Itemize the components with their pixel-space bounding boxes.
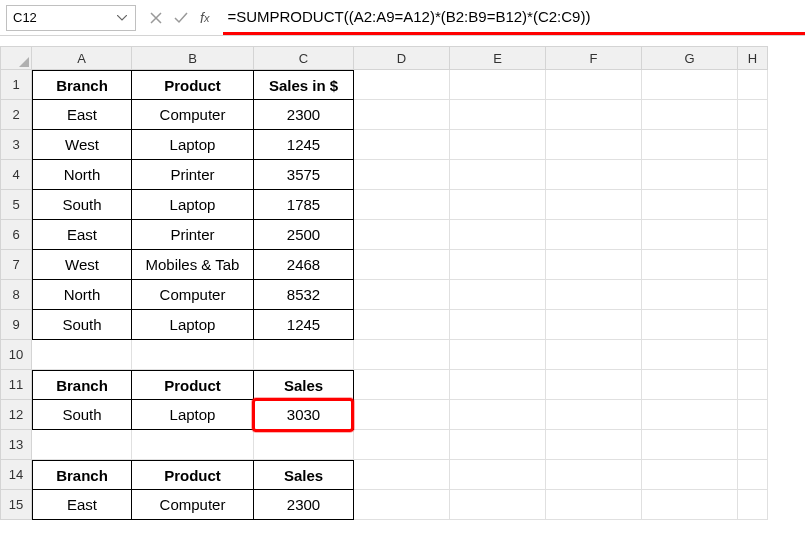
cell[interactable] xyxy=(450,430,546,460)
cell[interactable] xyxy=(546,280,642,310)
cell[interactable]: West xyxy=(32,130,132,160)
cell[interactable] xyxy=(32,340,132,370)
cell[interactable] xyxy=(642,280,738,310)
cell[interactable] xyxy=(354,310,450,340)
row-header[interactable]: 8 xyxy=(0,280,32,310)
cell[interactable] xyxy=(738,310,768,340)
cell[interactable] xyxy=(642,250,738,280)
select-all-corner[interactable] xyxy=(0,46,32,70)
header-cell[interactable]: Branch xyxy=(32,370,132,400)
cell[interactable]: Computer xyxy=(132,490,254,520)
row-header[interactable]: 13 xyxy=(0,430,32,460)
cell[interactable] xyxy=(546,220,642,250)
row-header[interactable]: 12 xyxy=(0,400,32,430)
cell[interactable] xyxy=(546,70,642,100)
cell[interactable] xyxy=(546,130,642,160)
cell[interactable] xyxy=(354,160,450,190)
cell[interactable]: 8532 xyxy=(254,280,354,310)
cell[interactable]: North xyxy=(32,280,132,310)
cell[interactable]: South xyxy=(32,400,132,430)
header-cell[interactable]: Sales xyxy=(254,460,354,490)
cell[interactable] xyxy=(642,400,738,430)
row-header[interactable]: 3 xyxy=(0,130,32,160)
cell[interactable]: Laptop xyxy=(132,310,254,340)
cell[interactable] xyxy=(738,490,768,520)
cell[interactable] xyxy=(354,130,450,160)
cell[interactable]: 2500 xyxy=(254,220,354,250)
cell[interactable]: West xyxy=(32,250,132,280)
cell[interactable] xyxy=(546,160,642,190)
cell[interactable] xyxy=(738,400,768,430)
cell[interactable] xyxy=(450,130,546,160)
cell[interactable] xyxy=(450,460,546,490)
cell[interactable]: 2300 xyxy=(254,100,354,130)
header-cell[interactable]: Product xyxy=(132,460,254,490)
cell[interactable] xyxy=(546,370,642,400)
cell[interactable] xyxy=(738,430,768,460)
name-box[interactable]: C12 xyxy=(6,5,136,31)
header-cell[interactable]: Sales in $ xyxy=(254,70,354,100)
header-cell[interactable]: Branch xyxy=(32,70,132,100)
cell[interactable] xyxy=(354,280,450,310)
cell[interactable]: 1785 xyxy=(254,190,354,220)
cell[interactable] xyxy=(642,490,738,520)
column-header[interactable]: D xyxy=(354,46,450,70)
cell[interactable] xyxy=(450,160,546,190)
column-header[interactable]: E xyxy=(450,46,546,70)
row-header[interactable]: 1 xyxy=(0,70,32,100)
cell[interactable] xyxy=(450,100,546,130)
cell[interactable]: 3575 xyxy=(254,160,354,190)
cell[interactable] xyxy=(738,370,768,400)
cell[interactable] xyxy=(642,430,738,460)
cell[interactable]: Printer xyxy=(132,160,254,190)
cell[interactable] xyxy=(450,490,546,520)
cell[interactable] xyxy=(450,400,546,430)
cell[interactable] xyxy=(546,430,642,460)
cell[interactable] xyxy=(642,190,738,220)
cell[interactable] xyxy=(354,400,450,430)
cell[interactable]: 2468 xyxy=(254,250,354,280)
cell[interactable] xyxy=(738,160,768,190)
cell[interactable] xyxy=(32,430,132,460)
cell[interactable]: Computer xyxy=(132,100,254,130)
cell[interactable] xyxy=(546,100,642,130)
header-cell[interactable]: Product xyxy=(132,70,254,100)
cell[interactable] xyxy=(738,220,768,250)
cell[interactable] xyxy=(546,190,642,220)
cancel-icon[interactable] xyxy=(150,12,162,24)
cell[interactable] xyxy=(642,370,738,400)
cell[interactable]: Printer xyxy=(132,220,254,250)
cell[interactable] xyxy=(642,100,738,130)
cell[interactable] xyxy=(354,490,450,520)
column-header[interactable]: A xyxy=(32,46,132,70)
cell[interactable] xyxy=(738,70,768,100)
formula-input[interactable]: =SUMPRODUCT((A2:A9=A12)*(B2:B9=B12)*(C2:… xyxy=(223,5,805,28)
cell[interactable] xyxy=(546,490,642,520)
cell[interactable] xyxy=(642,340,738,370)
cell[interactable] xyxy=(642,220,738,250)
header-cell[interactable]: Sales xyxy=(254,370,354,400)
header-cell[interactable]: Product xyxy=(132,370,254,400)
cell-selected[interactable]: 3030 xyxy=(254,400,354,430)
cell[interactable] xyxy=(450,190,546,220)
cell[interactable]: Mobiles & Tab xyxy=(132,250,254,280)
cell[interactable] xyxy=(738,250,768,280)
cell[interactable] xyxy=(738,190,768,220)
row-header[interactable]: 5 xyxy=(0,190,32,220)
cell[interactable]: Computer xyxy=(132,280,254,310)
cell[interactable] xyxy=(738,340,768,370)
cell[interactable] xyxy=(450,70,546,100)
cell[interactable] xyxy=(546,460,642,490)
cell[interactable] xyxy=(354,100,450,130)
cell[interactable] xyxy=(738,130,768,160)
cell[interactable]: East xyxy=(32,220,132,250)
cell[interactable] xyxy=(450,310,546,340)
cell[interactable] xyxy=(450,250,546,280)
column-header[interactable]: C xyxy=(254,46,354,70)
row-header[interactable]: 9 xyxy=(0,310,32,340)
cell[interactable] xyxy=(254,430,354,460)
cell[interactable] xyxy=(354,190,450,220)
cell[interactable] xyxy=(450,370,546,400)
cell[interactable]: North xyxy=(32,160,132,190)
cell[interactable] xyxy=(254,340,354,370)
